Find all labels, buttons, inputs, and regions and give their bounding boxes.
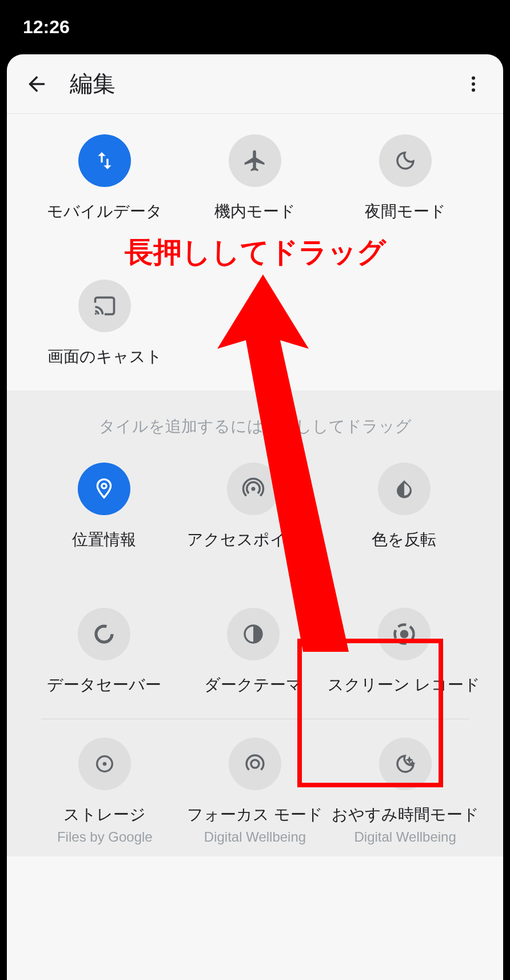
tile-label: アクセスポイント [187,529,320,551]
tile-airplane-mode[interactable]: 機内モード [180,134,330,222]
tile-label: モバイルデータ [47,201,162,222]
airplane-icon [242,148,268,173]
disc-icon [93,752,116,775]
tile-label: 位置情報 [72,529,136,551]
arrow-back-icon [25,72,49,96]
appbar-title: 編集 [70,68,115,99]
svg-point-5 [251,487,255,491]
svg-point-6 [96,626,112,642]
tile-data-saver[interactable]: データセーバー [30,608,179,696]
tile-screen-record[interactable]: スクリーン レコード [328,608,480,696]
svg-point-12 [251,760,259,768]
focus-icon [243,752,267,776]
svg-point-2 [472,88,475,91]
tile-sublabel: Digital Wellbeing [204,829,306,845]
location-icon [93,477,115,500]
svg-point-3 [95,313,97,315]
swap-vert-icon [93,149,116,172]
tile-night-mode[interactable]: 夜間モード [330,134,480,222]
status-bar: 12:26 [0,0,510,54]
tile-label: 機内モード [214,201,296,222]
contrast-icon [242,623,265,646]
appbar: 編集 [7,54,503,114]
bedtime-icon [393,752,417,776]
tile-hotspot[interactable]: アクセスポイント [179,463,328,551]
hotspot-icon [241,477,265,501]
invert-colors-icon [393,477,416,500]
tile-label: 夜間モード [365,201,446,222]
svg-point-0 [472,76,475,79]
more-vert-icon [463,74,484,94]
tile-bedtime-mode[interactable]: おやすみ時間モード Digital Wellbeing [330,738,480,845]
svg-point-4 [102,484,106,488]
svg-point-11 [103,762,107,766]
tile-label: ストレージ [63,804,146,826]
tile-cast[interactable]: 画面のキャスト [30,280,180,368]
tile-sublabel: Files by Google [57,829,153,845]
moon-icon [393,149,417,173]
tile-label: ダークテーマ [204,674,302,696]
cast-icon [92,293,117,318]
tile-invert-colors[interactable]: 色を反転 [328,463,480,551]
status-time: 12:26 [23,17,70,38]
data-saver-icon [92,622,116,646]
back-button[interactable] [21,68,53,100]
more-menu-button[interactable] [457,68,489,100]
tile-mobile-data[interactable]: モバイルデータ [30,134,180,222]
svg-point-8 [400,630,408,639]
tile-focus-mode[interactable]: フォーカス モード Digital Wellbeing [180,738,330,845]
svg-point-1 [472,82,475,86]
edit-panel: 編集 モバイルデータ [7,54,503,980]
tile-label: 画面のキャスト [47,346,162,368]
tile-label: スクリーン レコード [328,674,480,696]
tile-label: 色を反転 [372,529,436,551]
tile-location[interactable]: 位置情報 [30,463,179,551]
drag-hint: タイルを追加するには長押ししてドラッグ [7,416,503,437]
available-tiles-section: タイルを追加するには長押ししてドラッグ 位置情報 [7,391,503,856]
tile-storage[interactable]: ストレージ Files by Google [30,738,180,845]
tile-label: フォーカス モード [187,804,323,826]
tile-dark-theme[interactable]: ダークテーマ [179,608,328,696]
tile-label: おやすみ時間モード [332,804,479,826]
tiles-divider [41,719,469,719]
tile-label: データセーバー [47,674,161,696]
tile-sublabel: Digital Wellbeing [354,829,456,845]
screen-record-icon [392,622,417,647]
annotation-text: 長押ししてドラッグ [125,233,386,272]
